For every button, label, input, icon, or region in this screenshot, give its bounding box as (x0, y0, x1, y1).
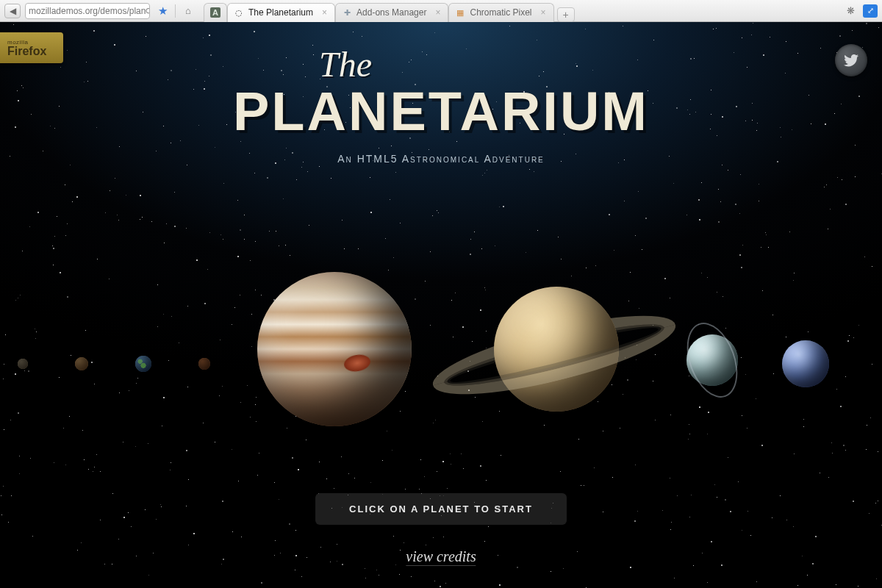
title-the: The (42, 44, 649, 85)
credits-label: view credits (406, 548, 476, 564)
planet-earth[interactable] (135, 356, 151, 372)
planet-jupiter[interactable] (257, 272, 412, 426)
close-icon[interactable]: × (322, 7, 327, 18)
new-tab-button[interactable]: + (557, 7, 575, 22)
tab-chromatic[interactable]: ▦ Chromatic Pixel × (448, 3, 553, 22)
twitter-button[interactable] (835, 44, 867, 76)
tab-label: Chromatic Pixel (470, 7, 531, 18)
twitter-icon (843, 52, 859, 68)
puzzle-icon: ✚ (342, 7, 352, 18)
gear-icon[interactable]: ❋ (842, 4, 858, 18)
reload-icon[interactable]: ⟳ (146, 6, 150, 16)
instruction-banner: CLICK ON A PLANET TO START (315, 493, 567, 525)
tab-planetarium[interactable]: ◌ The Planetarium × (227, 3, 335, 22)
tab-strip: A ◌ The Planetarium × ✚ Add-ons Manager … (204, 0, 575, 22)
tab-addons[interactable]: ✚ Add-ons Manager × (335, 3, 448, 22)
title-main: PLANETARIUM (233, 80, 649, 143)
planet-venus[interactable] (75, 357, 88, 370)
back-button[interactable]: ◀ (4, 4, 21, 18)
tab-icon: ◌ (234, 7, 244, 18)
home-icon[interactable]: ⌂ (180, 4, 196, 18)
planet-neptune[interactable] (782, 340, 829, 387)
fullscreen-icon[interactable]: ⤢ (863, 4, 878, 18)
tab-icon: A (210, 7, 220, 18)
tab-label: The Planetarium (248, 7, 313, 18)
planet-uranus[interactable] (686, 334, 738, 386)
url-bar[interactable]: mozillademos.org/demos/plan ⟳ (25, 3, 150, 19)
planet-saturn[interactable] (429, 272, 679, 434)
close-icon[interactable]: × (435, 7, 440, 18)
bookmark-star-icon[interactable]: ★ (154, 4, 171, 18)
url-text: mozillademos.org/demos/plan (29, 6, 146, 16)
title-block: The PLANETARIUM An HTML5 Astronomical Ad… (233, 44, 649, 165)
tab-label: Add-ons Manager (356, 7, 426, 18)
subtitle: An HTML5 Astronomical Adventure (233, 153, 649, 165)
page-viewport: mozilla Firefox The PLANETARIUM An HTML5… (0, 22, 882, 588)
close-icon[interactable]: × (541, 7, 546, 18)
uranus-ring (678, 316, 747, 405)
planet-mars[interactable] (198, 358, 210, 370)
tab-pinned[interactable]: A (204, 3, 227, 22)
browser-toolbar: ◀ mozillademos.org/demos/plan ⟳ ★ ⌂ A ◌ … (0, 0, 882, 22)
planet-mercury[interactable] (18, 359, 28, 369)
planet-row (0, 294, 882, 434)
instruction-text: CLICK ON A PLANET TO START (349, 503, 533, 514)
view-credits-link[interactable]: view credits (406, 548, 476, 566)
grid-icon: ▦ (455, 7, 465, 18)
